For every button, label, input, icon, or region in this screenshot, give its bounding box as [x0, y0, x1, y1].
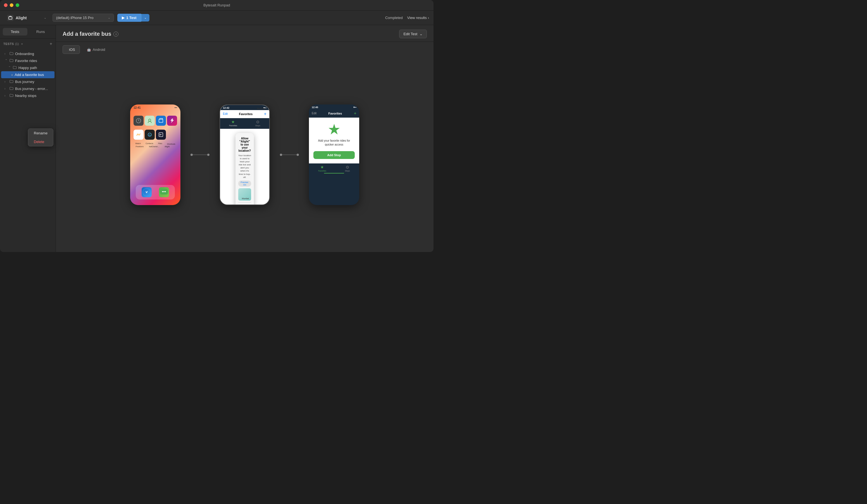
phone-2-topbar: Edit Favorites + — [220, 110, 269, 118]
phone-3-edit-label: Edit — [312, 112, 317, 115]
run-dropdown-button[interactable]: ⌄ — [141, 14, 149, 22]
screenshot-1: 12:41 ▪▪▪ — [130, 105, 180, 205]
sidebar-item-favorite-rides[interactable]: › Favorite rides — [1, 57, 54, 64]
phone-3-time: 12:45 — [312, 106, 318, 109]
sidebar: Tests Runs TESTS (1) × + › — [0, 25, 56, 252]
app-icon-ndt: N — [145, 130, 155, 140]
sidebar-tabs: Tests Runs — [0, 25, 56, 39]
sidebar-item-bus-journey[interactable]: › Bus journey — [1, 78, 54, 85]
info-icon[interactable]: i — [114, 32, 118, 36]
location-dialog: Allow "Alight" to use your location? You… — [235, 133, 254, 205]
phone-3-body: ★ Add your favorite rides for quicker ac… — [309, 118, 359, 163]
svg-line-3 — [139, 121, 139, 121]
phone-1-content: 12:41 ▪▪▪ — [130, 105, 180, 205]
traffic-lights — [4, 3, 19, 7]
add-stop-button[interactable]: Add Stop — [313, 151, 355, 159]
phone-2-bottom-bar: ★ Favorites ⊙ Stops — [220, 118, 269, 129]
phone-3-favorites-label: Favorites — [318, 170, 326, 172]
svg-point-13 — [162, 191, 163, 192]
context-menu: Rename Delete — [28, 129, 53, 147]
edit-test-label: Edit Test — [403, 32, 417, 36]
screenshots-container: 12:41 ▪▪▪ — [56, 57, 434, 252]
app-logo-button[interactable]: Alight ⌄ — [4, 13, 49, 23]
tab-ios[interactable]: iOS — [63, 45, 80, 54]
fullscreen-button[interactable] — [15, 3, 19, 7]
expand-icon-bus-error: › — [4, 87, 8, 90]
sidebar-item-bus-journey-error[interactable]: › Bus journey - error... — [1, 85, 54, 92]
sidebar-item-add-favorite-bus[interactable]: ≡ Add a favorite bus — [1, 71, 54, 78]
status-label: Completed — [385, 15, 403, 20]
run-button[interactable]: ▶ 1 Test — [117, 14, 141, 22]
minimize-button[interactable] — [10, 3, 13, 7]
view-results-link[interactable]: View results › — [407, 15, 429, 20]
context-menu-delete[interactable]: Delete — [28, 138, 53, 146]
folder-icon-bus-error — [10, 87, 13, 91]
phone-3-indicator — [324, 173, 344, 173]
app-icon-placeholder — [167, 130, 177, 140]
phone-3-topbar: Edit Favorites + — [309, 109, 359, 118]
sidebar-add-button[interactable]: + — [50, 41, 52, 46]
folder-icon-favorite — [10, 59, 13, 63]
dialog-precise: Precise: On — [238, 181, 251, 186]
app-chevron-icon: ⌄ — [44, 16, 46, 20]
platform-tabs: iOS 🤖 Android — [56, 42, 434, 57]
phone-1-time: 12:41 — [133, 106, 141, 109]
edit-test-button[interactable]: Edit Test ⌄ — [399, 30, 427, 38]
sidebar-item-add-favorite-bus-label: Add a favorite bus — [14, 73, 44, 77]
close-button[interactable] — [4, 3, 8, 7]
tab-runs[interactable]: Runs — [29, 28, 53, 35]
phone-3-status-bar: 12:45 ▾▪▪ — [309, 105, 359, 109]
tab-tests[interactable]: Tests — [3, 28, 28, 35]
app-icon-freeform — [133, 130, 143, 140]
sidebar-header-close-icon[interactable]: × — [21, 42, 23, 45]
phone-2-favorites-tab[interactable]: ★ Favorites — [229, 120, 237, 127]
page-title: Add a favorite bus — [63, 31, 111, 37]
connector-dot-left-2 — [280, 154, 282, 156]
phone-3-status-icons: ▾▪▪ — [353, 106, 356, 109]
sidebar-item-onboarding-label: Onboarding — [15, 52, 34, 56]
sidebar-header-count: (1) — [15, 42, 19, 45]
sidebar-item-bus-journey-error-label: Bus journey - error... — [15, 87, 48, 91]
phone-2-title-label: Favorites — [239, 112, 253, 116]
connector-line-2 — [281, 154, 298, 155]
edit-test-chevron-icon: ⌄ — [419, 32, 422, 36]
phone-3-star-icon: ★ — [328, 122, 341, 137]
screenshot-3: 12:45 ▾▪▪ Edit Favorites + ★ Add y — [309, 105, 359, 205]
svg-rect-0 — [9, 17, 12, 19]
tab-android-label: Android — [93, 47, 105, 52]
phone-3-bottom: ★ Favorites ⊙ Stops — [309, 163, 359, 176]
tab-android[interactable]: 🤖 Android — [82, 45, 110, 54]
device-selector[interactable]: (default) iPhone 15 Pro ⌄ — [53, 14, 114, 22]
app-icon-contacts — [145, 116, 155, 126]
connector-dot-right-1 — [207, 154, 210, 156]
expand-icon-favorite: › — [5, 59, 8, 63]
sidebar-item-onboarding[interactable]: › Onboarding — [1, 50, 54, 57]
phone-2-stops-tab[interactable]: ⊙ Stops — [255, 120, 260, 127]
map-mumbai-label: Mumbai — [257, 107, 265, 110]
sidebar-item-nearby-stops[interactable]: › Nearby stops — [1, 92, 54, 99]
svg-point-15 — [165, 191, 166, 192]
expand-icon: › — [4, 52, 8, 55]
dock-messages — [159, 187, 169, 197]
dialog-title: Allow "Alight" to use your location? — [238, 137, 251, 152]
stops-tab-label: Stops — [255, 125, 260, 127]
run-button-group: ▶ 1 Test ⌄ — [117, 14, 149, 22]
tab-ios-label: iOS — [69, 47, 75, 52]
stops-icon: ⊙ — [256, 120, 259, 124]
phone-1-status-icons: ▪▪▪ — [174, 106, 177, 109]
dialog-btn-allow-once[interactable]: Allow Once — [238, 202, 251, 205]
favorites-star-icon: ★ — [231, 120, 235, 124]
sidebar-item-bus-journey-label: Bus journey — [15, 79, 34, 84]
content-title: Add a favorite bus i — [63, 31, 118, 37]
connector-1 — [192, 154, 208, 155]
toolbar: Alight ⌄ (default) iPhone 15 Pro ⌄ ▶ 1 T… — [0, 11, 434, 25]
phone-3-favorites-tab[interactable]: ★ Favorites — [318, 165, 326, 172]
context-menu-rename[interactable]: Rename — [28, 129, 53, 138]
sidebar-item-nearby-stops-label: Nearby stops — [15, 94, 36, 98]
app-icons-row-2: N — [133, 130, 178, 140]
app-icon-alight — [156, 130, 166, 140]
phone-3-stops-label: Stops — [345, 170, 350, 172]
completed-status: Completed View results › — [385, 15, 429, 20]
sidebar-item-happy-path[interactable]: › Happy path — [1, 64, 54, 71]
phone-3-stops-tab[interactable]: ⊙ Stops — [345, 165, 350, 172]
